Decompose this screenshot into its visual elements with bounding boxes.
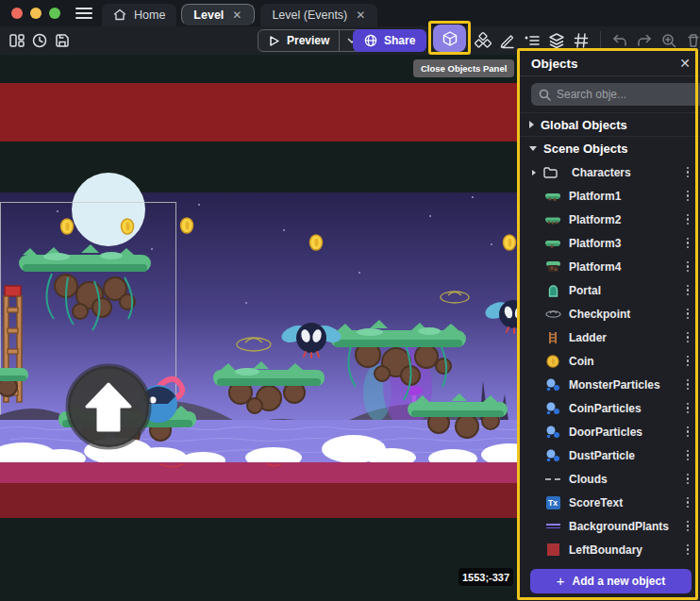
grid-icon[interactable] xyxy=(570,29,592,52)
object-row-coin[interactable]: Coin xyxy=(520,349,700,373)
chevron-right-icon xyxy=(529,121,534,128)
object-row-platform2[interactable]: Platform2 xyxy=(520,208,700,231)
objects-panel: Objects ✕ Global Objects Scene O xyxy=(520,51,700,601)
tab-bar: Home Level ✕ Level (Events) ✕ xyxy=(0,0,700,26)
maximize-window-button[interactable] xyxy=(49,8,60,19)
minimize-window-button[interactable] xyxy=(30,8,42,19)
object-menu-icon[interactable] xyxy=(684,259,692,275)
top-banner[interactable] xyxy=(0,83,525,142)
object-name: Clouds xyxy=(569,473,684,486)
object-menu-icon[interactable] xyxy=(684,189,692,204)
object-row-checkpoint[interactable]: Checkpoint xyxy=(520,302,700,326)
objects-panel-button[interactable] xyxy=(433,25,466,52)
object-row-scoretext[interactable]: Tx ScoreText xyxy=(520,491,700,514)
object-name: Platform2 xyxy=(569,213,684,226)
object-row-doorparticles[interactable]: DoorParticles xyxy=(520,420,700,443)
history-icon[interactable] xyxy=(28,29,51,52)
object-name: MonsterParticles xyxy=(569,378,684,392)
object-row-backgroundplants[interactable]: BackgroundPlants xyxy=(520,514,700,538)
chevron-down-icon xyxy=(529,146,537,151)
moon-circle[interactable] xyxy=(72,173,145,246)
object-menu-icon[interactable] xyxy=(684,401,692,416)
object-menu-icon[interactable] xyxy=(684,425,692,440)
object-row-platform3[interactable]: Platform3 xyxy=(520,231,700,255)
objects-panel-header: Objects ✕ xyxy=(520,51,700,76)
object-row-monsterparticles[interactable]: MonsterParticles xyxy=(520,373,700,396)
panel-title: Objects xyxy=(531,57,679,71)
pencil-icon[interactable] xyxy=(496,29,519,52)
properties-icon[interactable] xyxy=(521,29,543,52)
object-name: Checkpoint xyxy=(569,308,684,321)
panels-icon[interactable] xyxy=(6,29,28,52)
object-row-coinparticles[interactable]: CoinParticles xyxy=(520,396,700,420)
object-row-dustparticle[interactable]: DustParticle xyxy=(520,443,700,467)
object-menu-icon[interactable] xyxy=(684,354,692,369)
text-object-icon: Tx xyxy=(544,496,561,509)
tab-level[interactable]: Level ✕ xyxy=(181,4,255,25)
zoom-in-icon[interactable] xyxy=(658,29,680,52)
object-menu-icon[interactable] xyxy=(684,307,692,322)
object-row-clouds[interactable]: Clouds xyxy=(520,467,700,491)
tab-label: Home xyxy=(134,8,165,22)
object-row-platform1[interactable]: Platform1 xyxy=(520,184,700,208)
touch-arrow-button[interactable] xyxy=(68,366,149,447)
add-new-object-button[interactable]: + Add a new object xyxy=(530,569,692,593)
close-window-button[interactable] xyxy=(11,8,23,19)
tab-home[interactable]: Home xyxy=(102,4,176,26)
tooltip-text: Close Objects Panel xyxy=(421,63,507,74)
object-menu-icon[interactable] xyxy=(684,377,692,392)
coin xyxy=(61,219,74,234)
tab-label: Level (Events) xyxy=(272,8,347,22)
object-name: BackgroundPlants xyxy=(569,520,684,533)
object-menu-icon[interactable] xyxy=(684,472,692,487)
object-menu-icon[interactable] xyxy=(684,543,692,558)
layers-icon[interactable] xyxy=(545,29,568,52)
close-tab-icon[interactable]: ✕ xyxy=(355,8,366,22)
object-menu-icon[interactable] xyxy=(684,283,692,298)
object-menu-icon[interactable] xyxy=(684,165,692,180)
object-menu-icon[interactable] xyxy=(684,236,692,251)
tooltip: Close Objects Panel xyxy=(413,59,514,77)
section-label: Scene Objects xyxy=(543,142,628,156)
share-button[interactable]: Share xyxy=(353,29,426,52)
object-row-characters[interactable]: Characters xyxy=(520,160,700,184)
object-row-leftboundary[interactable]: LeftBoundary xyxy=(520,538,700,561)
search-icon xyxy=(539,89,551,101)
redo-icon[interactable] xyxy=(633,29,656,52)
object-menu-icon[interactable] xyxy=(684,448,692,463)
object-name: Platform1 xyxy=(569,190,684,203)
particles-icon xyxy=(544,449,561,462)
trash-icon[interactable] xyxy=(682,29,700,52)
globe-icon xyxy=(364,34,377,47)
ladder-icon xyxy=(544,331,561,344)
preview-button[interactable]: Preview xyxy=(258,29,365,52)
close-panel-icon[interactable]: ✕ xyxy=(679,57,691,70)
object-search-box[interactable] xyxy=(531,83,700,106)
undo-icon[interactable] xyxy=(608,29,631,52)
search-input[interactable] xyxy=(557,88,700,101)
object-row-ladder[interactable]: Ladder xyxy=(520,326,700,349)
section-scene-objects[interactable]: Scene Objects xyxy=(520,137,700,160)
bottom-banner-red[interactable] xyxy=(0,483,525,518)
object-name: LeftBoundary xyxy=(569,543,684,557)
object-row-platform4[interactable]: Platform4 xyxy=(520,255,700,278)
object-name: Ladder xyxy=(569,331,684,344)
scene-canvas[interactable] xyxy=(0,55,525,601)
cursor-coordinates-badge: 1553;-337 xyxy=(458,568,513,586)
object-row-portal[interactable]: Portal xyxy=(520,278,700,302)
object-menu-icon[interactable] xyxy=(684,495,692,510)
tab-level-events[interactable]: Level (Events) ✕ xyxy=(260,4,377,26)
coin xyxy=(181,218,193,233)
instances-icon[interactable] xyxy=(472,29,494,52)
section-global-objects[interactable]: Global Objects xyxy=(520,113,700,137)
coin-icon xyxy=(544,355,561,368)
close-tab-icon[interactable]: ✕ xyxy=(231,8,242,22)
save-icon[interactable] xyxy=(51,29,74,52)
particles-icon xyxy=(544,378,561,392)
main-menu-icon[interactable] xyxy=(75,8,92,19)
object-menu-icon[interactable] xyxy=(684,519,692,534)
object-name: DustParticle xyxy=(569,449,684,462)
object-menu-icon[interactable] xyxy=(684,212,692,227)
bottom-banner-magenta[interactable] xyxy=(0,462,525,483)
object-menu-icon[interactable] xyxy=(684,330,692,345)
